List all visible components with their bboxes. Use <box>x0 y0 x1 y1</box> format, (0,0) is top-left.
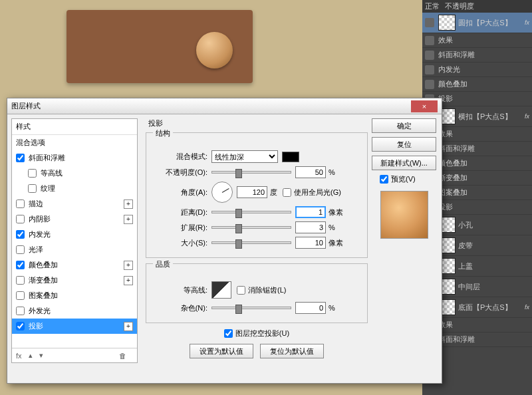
style-checkbox[interactable] <box>16 261 25 269</box>
antialias-label: 消除锯齿(L) <box>248 285 286 295</box>
style-label: 描边 <box>29 199 43 209</box>
size-label: 大小(S): <box>153 238 207 248</box>
opacity-input[interactable] <box>295 166 326 178</box>
layer-row[interactable]: 圆扣【P大点S】fx <box>422 13 532 33</box>
style-checkbox[interactable] <box>16 230 25 239</box>
preview-checkbox[interactable] <box>380 175 388 184</box>
noise-unit: % <box>329 304 335 312</box>
add-effect-icon[interactable]: + <box>124 215 133 224</box>
opacity-label: 不透明度 <box>445 1 474 11</box>
style-label: 内发光 <box>29 229 51 239</box>
cancel-button[interactable]: 复位 <box>372 137 436 152</box>
style-item[interactable]: 等高线 <box>12 166 137 181</box>
blend-mode-select[interactable]: 线性加深 <box>211 150 278 163</box>
fx-badge[interactable]: fx <box>525 113 529 120</box>
style-item[interactable]: 渐变叠加+ <box>12 273 137 288</box>
opacity-slider[interactable] <box>211 171 291 174</box>
add-effect-icon[interactable]: + <box>124 322 133 331</box>
style-checkbox[interactable] <box>16 291 25 300</box>
spread-slider[interactable] <box>211 226 291 229</box>
layer-name: 内发光 <box>438 65 460 74</box>
style-item[interactable]: 投影+ <box>12 319 137 334</box>
style-item[interactable]: 光泽 <box>12 242 137 257</box>
add-effect-icon[interactable]: + <box>124 199 133 209</box>
add-effect-icon[interactable]: + <box>124 276 133 285</box>
new-style-button[interactable]: 新建样式(W)... <box>372 156 436 170</box>
add-effect-icon[interactable]: + <box>124 261 133 270</box>
style-item[interactable]: 颜色叠加+ <box>12 257 137 273</box>
global-light-checkbox[interactable] <box>283 188 291 197</box>
fx-icon[interactable]: fx <box>16 352 22 360</box>
trash-icon[interactable]: 🗑 <box>119 352 126 360</box>
knockout-label: 图层挖空投影(U) <box>235 329 289 338</box>
blend-mode-selector[interactable]: 正常 <box>425 1 440 11</box>
layer-effect-item[interactable]: 颜色叠加 <box>422 77 532 92</box>
distance-label: 距离(D): <box>153 207 207 217</box>
style-item[interactable]: 内发光 <box>12 227 137 242</box>
close-button[interactable]: × <box>411 100 438 112</box>
layer-effect-item[interactable]: 效果 <box>422 33 532 48</box>
preview-thumbnail <box>380 191 428 239</box>
angle-input[interactable] <box>237 186 267 198</box>
preview-label: 预览(V) <box>391 174 416 184</box>
visibility-icon[interactable] <box>425 65 434 74</box>
style-checkbox[interactable] <box>28 184 37 193</box>
layer-name: 皮带 <box>458 241 473 251</box>
style-item[interactable]: 图案叠加 <box>12 288 137 303</box>
visibility-icon[interactable] <box>425 51 434 60</box>
style-item[interactable]: 内阴影+ <box>12 211 137 227</box>
layer-style-dialog: 图层样式 × 样式 混合选项 斜面和浮雕等高线纹理描边+内阴影+内发光光泽颜色叠… <box>7 98 442 384</box>
style-item[interactable]: 外发光 <box>12 303 137 319</box>
reset-default-button[interactable]: 复位为默认值 <box>260 344 324 358</box>
knockout-checkbox[interactable] <box>224 329 233 338</box>
distance-slider[interactable] <box>211 211 291 213</box>
style-item[interactable]: 描边+ <box>12 196 137 211</box>
visibility-icon[interactable] <box>425 36 434 45</box>
angle-dial[interactable] <box>211 182 233 203</box>
blend-options-item[interactable]: 混合选项 <box>12 135 137 150</box>
dialog-titlebar[interactable]: 图层样式 × <box>7 98 442 114</box>
style-item[interactable]: 斜面和浮雕 <box>12 150 137 166</box>
size-slider[interactable] <box>211 241 291 244</box>
antialias-checkbox[interactable] <box>237 286 245 295</box>
noise-slider[interactable] <box>211 307 291 309</box>
layer-effect-item[interactable]: 斜面和浮雕 <box>422 48 532 63</box>
style-item[interactable]: 纹理 <box>12 181 137 196</box>
blend-options-label: 混合选项 <box>16 138 45 148</box>
style-checkbox[interactable] <box>16 154 25 162</box>
layer-name: 上盖 <box>458 261 473 271</box>
structure-group: 结构 混合模式: 线性加深 不透明度(O): % 角度(A): 度 <box>146 132 368 258</box>
layer-name: 渐变叠加 <box>438 173 467 183</box>
size-input[interactable] <box>295 237 326 249</box>
distance-input[interactable] <box>295 206 326 218</box>
noise-label: 杂色(N): <box>153 303 207 313</box>
style-checkbox[interactable] <box>28 169 37 178</box>
style-checkbox[interactable] <box>16 276 25 285</box>
sphere-shape <box>196 32 233 68</box>
opacity-unit: % <box>329 168 335 176</box>
color-swatch[interactable] <box>282 152 299 162</box>
contour-picker[interactable] <box>211 281 231 299</box>
styles-list: 样式 混合选项 斜面和浮雕等高线纹理描边+内阴影+内发光光泽颜色叠加+渐变叠加+… <box>11 118 138 363</box>
style-label: 颜色叠加 <box>29 260 58 270</box>
style-checkbox[interactable] <box>16 322 25 330</box>
visibility-icon[interactable] <box>425 18 434 27</box>
fx-badge[interactable]: fx <box>525 19 529 26</box>
spread-input[interactable] <box>295 221 326 233</box>
noise-input[interactable] <box>295 302 326 314</box>
arrow-up-icon[interactable]: ▴ <box>29 351 33 360</box>
style-checkbox[interactable] <box>16 199 25 208</box>
arrow-down-icon[interactable]: ▾ <box>39 351 43 360</box>
layer-thumbnail[interactable] <box>438 15 456 31</box>
fx-badge[interactable]: fx <box>525 304 529 311</box>
section-title: 投影 <box>148 118 368 128</box>
style-checkbox[interactable] <box>16 245 25 254</box>
style-checkbox[interactable] <box>16 307 25 315</box>
layer-effect-item[interactable]: 内发光 <box>422 63 532 77</box>
visibility-icon[interactable] <box>425 80 434 89</box>
layer-name: 小孔 <box>458 220 473 230</box>
style-checkbox[interactable] <box>16 215 25 223</box>
spread-label: 扩展(R): <box>153 223 207 233</box>
make-default-button[interactable]: 设置为默认值 <box>190 344 253 358</box>
ok-button[interactable]: 确定 <box>372 118 436 133</box>
